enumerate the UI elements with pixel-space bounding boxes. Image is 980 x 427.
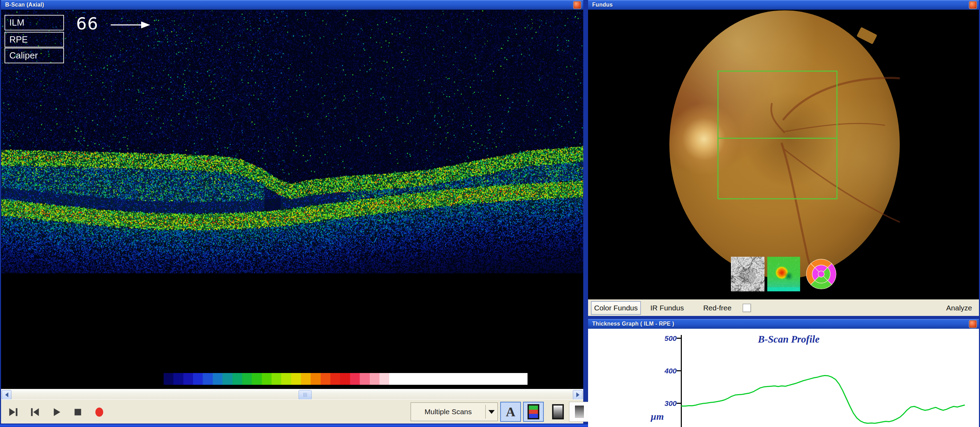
scroll-left-button[interactable] bbox=[2, 390, 11, 400]
bscan-window: B-Scan (Axial) ILM RPE Caliper 66 bbox=[1, 0, 583, 424]
thickness-chart: B-Scan Profile 500 400 300 µm bbox=[588, 329, 979, 427]
rpe-button[interactable]: RPE bbox=[5, 32, 64, 48]
bscan-toolbar: Multiple Scans A bbox=[1, 399, 583, 424]
skip-to-start-button[interactable] bbox=[27, 405, 43, 420]
left-arrow-icon bbox=[5, 392, 8, 397]
oct-application-window: B-Scan (Axial) ILM RPE Caliper 66 bbox=[0, 0, 980, 427]
scrollbar-thumb[interactable] bbox=[299, 390, 312, 400]
color-palette-button[interactable] bbox=[523, 402, 544, 422]
red-free-checkbox[interactable] bbox=[743, 304, 751, 312]
scan-region-overlay-top bbox=[718, 70, 837, 139]
thickness-graph-window: Thickness Graph ( ILM - RPE ) B-Scan Pro… bbox=[588, 319, 979, 427]
thickness-titlebar: Thickness Graph ( ILM - RPE ) bbox=[588, 319, 979, 329]
scan-mode-value: Multiple Scans bbox=[411, 408, 485, 416]
right-arrow-icon bbox=[576, 392, 579, 397]
skip-to-end-button[interactable] bbox=[6, 405, 21, 420]
etdrs-grid-thumbnail[interactable] bbox=[806, 257, 837, 292]
thickness-map-thumbnail[interactable] bbox=[767, 257, 800, 292]
record-icon bbox=[94, 406, 105, 419]
fundus-window: Fundus bbox=[588, 0, 979, 315]
fundus-image-area bbox=[588, 10, 979, 299]
frame-number-label: 66 bbox=[76, 14, 99, 33]
grayscale-palette-button[interactable] bbox=[547, 402, 568, 422]
annotation-toggle-button[interactable]: A bbox=[500, 402, 521, 422]
scan-mode-dropdown[interactable]: Multiple Scans bbox=[410, 402, 498, 421]
thickness-title: Thickness Graph ( ILM - RPE ) bbox=[588, 321, 674, 327]
analyze-button[interactable]: Analyze bbox=[946, 304, 972, 312]
scroll-right-button[interactable] bbox=[573, 390, 582, 400]
skip-end-icon bbox=[8, 406, 19, 419]
tab-color-fundus[interactable]: Color Fundus bbox=[591, 301, 641, 314]
caliper-button[interactable]: Caliper bbox=[5, 48, 64, 63]
tab-ir-fundus[interactable]: IR Fundus bbox=[650, 304, 684, 312]
ilm-button[interactable]: ILM bbox=[5, 15, 64, 30]
letter-a-icon: A bbox=[506, 404, 515, 419]
play-button[interactable] bbox=[49, 405, 64, 420]
fundus-tab-bar: Color Fundus IR Fundus Red-free Analyze bbox=[588, 299, 979, 316]
stop-icon bbox=[72, 406, 83, 419]
inverse-lut-icon bbox=[574, 404, 585, 419]
thickness-close-button[interactable] bbox=[969, 320, 977, 328]
bscan-horizontal-scrollbar[interactable] bbox=[1, 389, 583, 400]
bscan-titlebar: B-Scan (Axial) bbox=[1, 0, 583, 10]
bscan-close-button[interactable] bbox=[573, 1, 581, 9]
ir-fundus-thumbnail[interactable] bbox=[731, 257, 765, 292]
play-icon bbox=[51, 406, 62, 419]
thickness-profile-curve bbox=[588, 329, 979, 427]
fundus-close-button[interactable] bbox=[969, 1, 977, 9]
skip-start-icon bbox=[29, 406, 40, 419]
intensity-colorbar bbox=[164, 373, 528, 385]
tab-red-free[interactable]: Red-free bbox=[703, 304, 732, 312]
fundus-titlebar: Fundus bbox=[588, 0, 979, 10]
record-button[interactable] bbox=[92, 405, 107, 420]
fundus-title: Fundus bbox=[588, 2, 613, 8]
window-bottom-border bbox=[0, 424, 588, 427]
dropdown-arrow-icon bbox=[486, 410, 498, 414]
inverse-grayscale-palette-button[interactable] bbox=[569, 402, 590, 422]
bscan-image-area: ILM RPE Caliper 66 bbox=[1, 10, 583, 389]
scan-direction-arrow-icon bbox=[111, 21, 151, 29]
color-lut-icon bbox=[528, 404, 539, 419]
bscan-oct-image bbox=[1, 10, 583, 273]
grayscale-lut-icon bbox=[552, 404, 564, 419]
scan-region-overlay-bottom bbox=[718, 138, 837, 199]
bscan-title: B-Scan (Axial) bbox=[1, 2, 44, 8]
stop-button[interactable] bbox=[70, 405, 86, 420]
